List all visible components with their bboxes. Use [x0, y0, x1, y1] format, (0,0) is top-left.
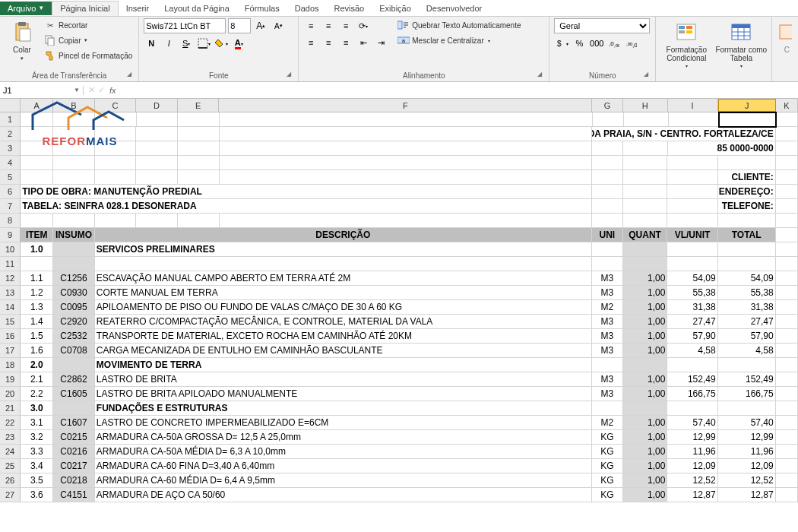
- percent-button[interactable]: %: [572, 36, 587, 51]
- cell[interactable]: 12,09: [667, 459, 717, 473]
- tab-home[interactable]: Página Inicial: [52, 1, 118, 16]
- cell[interactable]: QUANT: [623, 228, 668, 242]
- cell[interactable]: 1.5: [21, 329, 53, 344]
- cell[interactable]: KG: [592, 445, 623, 459]
- grow-font-button[interactable]: A▴: [253, 18, 268, 33]
- cell[interactable]: [623, 185, 668, 199]
- cell[interactable]: [776, 214, 798, 228]
- shrink-font-button[interactable]: A▾: [271, 18, 286, 33]
- cell[interactable]: 2.1: [21, 372, 53, 387]
- cell[interactable]: 3.2: [21, 430, 53, 445]
- align-middle-button[interactable]: ≡: [321, 18, 336, 33]
- cell[interactable]: [53, 214, 95, 228]
- cell[interactable]: [21, 214, 53, 228]
- cell[interactable]: [593, 112, 624, 127]
- cell[interactable]: 3.3: [21, 445, 53, 459]
- cell[interactable]: [776, 372, 798, 387]
- row-header[interactable]: 19: [0, 372, 21, 387]
- formula-input[interactable]: [121, 82, 798, 98]
- row-header[interactable]: 20: [0, 387, 21, 401]
- cell[interactable]: C0217: [53, 459, 95, 473]
- cell[interactable]: [776, 387, 798, 401]
- cell[interactable]: [776, 228, 798, 242]
- cell[interactable]: 57,40: [718, 416, 776, 430]
- cell[interactable]: [623, 170, 668, 185]
- cell[interactable]: 1.2: [21, 286, 53, 300]
- cell[interactable]: M3: [592, 286, 623, 300]
- cell[interactable]: 11,96: [667, 445, 717, 459]
- cell[interactable]: ENDEREÇO:: [718, 185, 776, 199]
- row-header[interactable]: 2: [0, 127, 21, 141]
- row-header[interactable]: 16: [0, 329, 21, 344]
- launcher-icon[interactable]: ◢: [641, 71, 651, 80]
- cell[interactable]: [136, 141, 178, 156]
- cell[interactable]: [53, 156, 95, 170]
- cell[interactable]: [53, 242, 95, 257]
- cell[interactable]: ESCAVAÇÃO MANUAL CAMPO ABERTO EM TERRA A…: [95, 271, 592, 286]
- row-header[interactable]: 3: [0, 141, 21, 156]
- cell[interactable]: 27,47: [667, 315, 717, 329]
- cell[interactable]: TELEFONE:: [718, 199, 776, 214]
- cell[interactable]: C0930: [53, 286, 95, 300]
- cell[interactable]: C2862: [53, 372, 95, 387]
- border-button[interactable]: ▾: [196, 36, 211, 51]
- cell[interactable]: [776, 416, 798, 430]
- cell[interactable]: TABELA: SEINFRA 028.1 DESONERADA: [21, 199, 591, 214]
- cell[interactable]: [136, 127, 178, 141]
- cell[interactable]: INSUMO: [53, 228, 95, 242]
- cell[interactable]: [95, 257, 592, 271]
- cell[interactable]: KG: [592, 430, 623, 445]
- cell[interactable]: [776, 344, 798, 358]
- cell[interactable]: [592, 156, 623, 170]
- cell[interactable]: [220, 127, 593, 141]
- indent-decrease-button[interactable]: ⇤: [356, 35, 371, 50]
- row-header[interactable]: 27: [0, 488, 21, 502]
- cell[interactable]: [776, 112, 798, 127]
- cell[interactable]: [669, 112, 719, 127]
- cell[interactable]: 31,38: [667, 300, 717, 315]
- cell[interactable]: [776, 141, 798, 156]
- cell[interactable]: 12,99: [667, 430, 717, 445]
- cell[interactable]: FUNDAÇÕES E ESTRUTURAS: [95, 401, 592, 416]
- cell[interactable]: 1.6: [21, 344, 53, 358]
- cell[interactable]: [592, 358, 623, 372]
- col-header[interactable]: D: [136, 99, 178, 112]
- orientation-button[interactable]: ⟳▾: [356, 18, 371, 33]
- select-all-corner[interactable]: [0, 99, 21, 112]
- cell[interactable]: [136, 156, 178, 170]
- cell[interactable]: [220, 214, 592, 228]
- row-header[interactable]: 13: [0, 286, 21, 300]
- cell[interactable]: 11,96: [718, 445, 776, 459]
- cell[interactable]: 57,90: [718, 329, 776, 344]
- cell[interactable]: [178, 214, 220, 228]
- cell[interactable]: [95, 170, 137, 185]
- cell[interactable]: [136, 214, 178, 228]
- cell[interactable]: TRANSPORTE DE MATERIAL, EXCETO ROCHA EM …: [95, 329, 592, 344]
- cell[interactable]: [667, 170, 717, 185]
- cell[interactable]: M2: [592, 300, 623, 315]
- merge-center-button[interactable]: aMesclar e Centralizar▾: [396, 33, 522, 47]
- row-header[interactable]: 6: [0, 185, 21, 199]
- cell[interactable]: 12,52: [667, 473, 717, 488]
- fx-accept[interactable]: ✓: [98, 85, 105, 95]
- cell[interactable]: DESCRIÇÃO: [95, 228, 592, 242]
- cell[interactable]: [21, 170, 53, 185]
- cell[interactable]: [21, 257, 53, 271]
- cell[interactable]: [776, 286, 798, 300]
- cell[interactable]: C0218: [53, 473, 95, 488]
- cell[interactable]: [53, 401, 95, 416]
- partial-button[interactable]: C: [777, 18, 792, 54]
- cell[interactable]: [776, 170, 798, 185]
- tab-formulas[interactable]: Fórmulas: [237, 2, 287, 15]
- cell[interactable]: [623, 242, 668, 257]
- cell[interactable]: [776, 156, 798, 170]
- cell[interactable]: [776, 473, 798, 488]
- col-header[interactable]: K: [776, 99, 798, 112]
- cell[interactable]: 57,90: [667, 329, 717, 344]
- cell[interactable]: [624, 112, 669, 127]
- cell[interactable]: [592, 199, 623, 214]
- cell[interactable]: LASTRO DE CONCRETO IMPERMEABILIZADO E=6C…: [95, 416, 592, 430]
- row-header[interactable]: 11: [0, 257, 21, 271]
- cell[interactable]: C1605: [53, 387, 95, 401]
- tab-layout[interactable]: Layout da Página: [157, 2, 237, 15]
